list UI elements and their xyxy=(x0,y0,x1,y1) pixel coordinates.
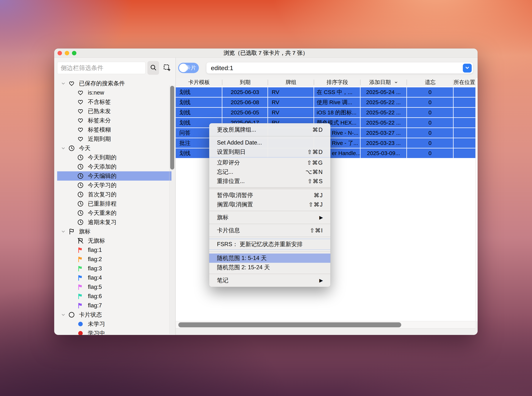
sidebar-item-row[interactable]: flag:4 xyxy=(54,273,176,282)
sidebar-item-row[interactable]: flag:1 xyxy=(54,245,176,255)
menu-item[interactable]: Set Added Date... xyxy=(209,138,330,147)
sidebar-group-row[interactable]: 旗标 xyxy=(54,227,176,236)
minimize-button[interactable] xyxy=(65,51,69,55)
chevron-down-icon[interactable] xyxy=(60,229,66,234)
column-header[interactable]: 排序字段 xyxy=(314,78,360,87)
menu-item[interactable]: 笔记▶ xyxy=(209,276,330,285)
menu-shortcut: ⇧⌘G xyxy=(307,159,323,166)
table-row[interactable]: 划线2025-06-05RViOS 18 的图标...2025-05-22 ..… xyxy=(176,108,475,117)
horizontal-scrollbar-track[interactable] xyxy=(176,321,475,328)
clock-icon xyxy=(76,210,85,216)
sidebar-item-label: flag:7 xyxy=(88,302,102,309)
table-cell: 2025-05-22 ... xyxy=(360,118,407,128)
table-cell: RV xyxy=(268,87,314,97)
table-cell: 0 xyxy=(407,87,454,97)
column-header[interactable]: 添加日期 xyxy=(360,78,407,87)
search-dropdown-button[interactable] xyxy=(463,64,472,73)
menu-item[interactable]: 随机范围 2: 15-24 天 xyxy=(209,263,330,272)
table-cell: 2025-06-08 xyxy=(222,98,268,107)
menu-separator xyxy=(209,136,330,136)
table-row[interactable]: 划线2025-06-08RV使用 Rive 调...2025-05-22 ...… xyxy=(176,98,475,107)
sidebar-item-label: 今天到期的 xyxy=(88,154,116,161)
column-header[interactable]: 卡片模板 xyxy=(176,78,222,87)
menu-item[interactable]: 旗标▶ xyxy=(209,213,330,222)
menu-item[interactable]: 随机范围 1: 5-14 天 xyxy=(209,254,330,263)
sidebar-item-row[interactable]: 不含标签 xyxy=(54,97,176,107)
sidebar-item-row[interactable]: 标签模糊 xyxy=(54,125,176,134)
zoom-button[interactable] xyxy=(72,51,76,55)
menu-item[interactable]: 立即评分⇧⌘G xyxy=(209,158,330,167)
chevron-down-icon[interactable] xyxy=(60,312,66,317)
column-header[interactable]: 牌组 xyxy=(268,78,314,87)
sidebar-item-row[interactable]: 标签未分 xyxy=(54,116,176,125)
sidebar-item-row[interactable]: flag:5 xyxy=(54,282,176,292)
column-header-label: 到期 xyxy=(240,79,251,86)
sidebar-item-label: 首次复习的 xyxy=(88,191,116,198)
cards-notes-toggle[interactable]: 卡片 xyxy=(178,63,199,73)
column-header[interactable]: 到期 xyxy=(222,78,268,87)
menu-item[interactable]: FSRS： 更新记忆状态并重新安排 xyxy=(209,240,330,249)
sidebar-item-row[interactable]: 逾期未复习 xyxy=(54,218,176,227)
menu-item-label: 重排位置... xyxy=(217,177,245,185)
sidebar-item-row[interactable]: 近期到期 xyxy=(54,134,176,144)
sidebar-item-label: flag:2 xyxy=(88,256,102,262)
clock-icon xyxy=(68,145,76,152)
dot-icon xyxy=(76,330,85,335)
sidebar-item-row[interactable]: 首次复习的 xyxy=(54,190,176,199)
vertical-scrollbar-gutter[interactable] xyxy=(475,78,478,321)
horizontal-scrollbar-thumb[interactable] xyxy=(178,322,401,327)
sidebar-item-row[interactable]: 今天重来的 xyxy=(54,208,176,218)
table-cell: 0 xyxy=(407,108,454,117)
sidebar-filter-input[interactable] xyxy=(57,62,145,74)
chevron-down-icon[interactable] xyxy=(60,146,66,151)
menu-item[interactable]: 卡片信息⇧⌘I xyxy=(209,226,330,235)
sidebar-item-row[interactable]: 学习中 xyxy=(54,329,176,335)
sidebar-group-row[interactable]: 卡片状态 xyxy=(54,310,176,319)
submenu-arrow-icon: ▶ xyxy=(319,215,323,220)
menu-separator xyxy=(209,224,330,224)
sidebar-item-row[interactable]: flag:2 xyxy=(54,255,176,264)
sidebar-item-row[interactable]: 今天学习的 xyxy=(54,181,176,190)
sidebar-item-row[interactable]: 今天添加的 xyxy=(54,162,176,171)
menu-item[interactable]: 重排位置...⇧⌘S xyxy=(209,176,330,186)
sidebar-item-row[interactable]: 已重新排程 xyxy=(54,199,176,208)
sidebar-item-row[interactable]: 已熟未发 xyxy=(54,107,176,116)
menu-item[interactable]: 设置到期日⇧⌘D xyxy=(209,147,330,157)
menu-separator xyxy=(209,237,330,237)
column-header[interactable]: 遗忘 xyxy=(407,78,454,87)
sidebar-item-row[interactable]: flag:7 xyxy=(54,301,176,310)
menu-item[interactable]: 暂停/取消暂停⌘J xyxy=(209,191,330,200)
menu-item[interactable]: 忘记...⌥⌘N xyxy=(209,167,330,176)
clock-icon xyxy=(76,163,85,170)
sidebar-item-label: 学习中 xyxy=(88,329,105,335)
sidebar-group-label: 旗标 xyxy=(79,228,90,235)
menu-item-label: 卡片信息 xyxy=(217,227,240,234)
table-cell: 0 xyxy=(407,98,454,107)
sidebar-item-label: 已重新排程 xyxy=(88,200,116,208)
sidebar-select-button[interactable] xyxy=(161,61,173,75)
sidebar-item-row[interactable]: 今天到期的 xyxy=(54,153,176,162)
search-input[interactable] xyxy=(206,64,456,72)
menu-item[interactable]: 更改所属牌组...⌘D xyxy=(209,125,330,134)
close-button[interactable] xyxy=(58,51,62,55)
column-header[interactable]: 所在位置 xyxy=(454,78,475,87)
sidebar-item-label: 逾期未复习 xyxy=(88,218,116,226)
sidebar-item-row[interactable]: 未学习 xyxy=(54,319,176,329)
sidebar-item-row[interactable]: 今天编辑的 xyxy=(54,171,176,181)
sidebar-item-row[interactable]: flag:3 xyxy=(54,264,176,273)
sidebar-item-row[interactable]: is:new xyxy=(54,88,176,97)
table-row[interactable]: 划线2025-06-03RV在 CSS 中，...2025-05-24 ...0 xyxy=(176,87,475,97)
sidebar-search-button[interactable] xyxy=(147,61,159,75)
menu-separator xyxy=(209,239,330,239)
sidebar-group-row[interactable]: 今天 xyxy=(54,144,176,153)
table-cell: iOS 18 的图标... xyxy=(314,108,360,117)
sidebar-item-row[interactable]: 无旗标 xyxy=(54,236,176,245)
sidebar-item-label: 今天编辑的 xyxy=(88,172,116,180)
menu-item[interactable]: 搁置/取消搁置⇧⌘J xyxy=(209,200,330,209)
sidebar-scrollbar-thumb[interactable] xyxy=(170,86,174,169)
flag-icon xyxy=(76,302,85,309)
table-cell xyxy=(454,118,475,128)
chevron-down-icon[interactable] xyxy=(60,81,66,86)
sidebar-item-row[interactable]: flag:6 xyxy=(54,292,176,301)
sidebar-group-row[interactable]: 已保存的搜索条件 xyxy=(54,79,176,88)
